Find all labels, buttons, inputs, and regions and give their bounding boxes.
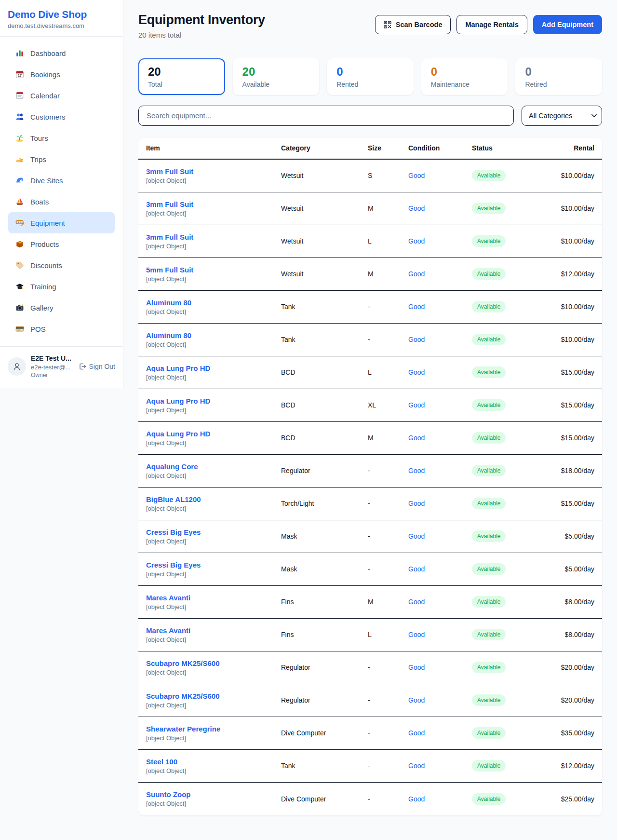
item-condition-link[interactable]: Good — [408, 598, 425, 606]
item-status-cell: Available — [472, 268, 544, 280]
item-cell: 3mm Full Suit [object Object] — [146, 233, 281, 250]
item-name-link[interactable]: Aqua Lung Pro HD — [146, 364, 210, 372]
item-name-link[interactable]: Aluminum 80 — [146, 298, 191, 307]
item-size: S — [368, 172, 408, 179]
item-name-link[interactable]: BigBlue AL1200 — [146, 495, 201, 503]
item-category: BCD — [281, 368, 368, 376]
item-condition-link[interactable]: Good — [408, 237, 425, 245]
sign-out-button[interactable]: Sign Out — [79, 363, 115, 370]
stat-card-maintenance[interactable]: 0 Maintenance — [421, 58, 508, 95]
item-category: Dive Computer — [281, 729, 368, 737]
sidebar-item-training[interactable]: Training — [8, 276, 115, 297]
item-condition-link[interactable]: Good — [408, 172, 425, 179]
column-header-item: Item — [146, 144, 281, 152]
item-cell: 5mm Full Suit [object Object] — [146, 266, 281, 283]
item-name-link[interactable]: 3mm Full Suit — [146, 200, 193, 208]
item-name-link[interactable]: Aqua Lung Pro HD — [146, 430, 210, 438]
item-category: Dive Computer — [281, 795, 368, 803]
item-rental: $20.00/day — [544, 696, 594, 704]
item-condition-cell: Good — [408, 762, 472, 770]
boats-icon — [15, 197, 24, 206]
item-cell: Aqua Lung Pro HD [object Object] — [146, 397, 281, 414]
item-name-link[interactable]: Mares Avanti — [146, 626, 190, 635]
sidebar-item-tours[interactable]: Tours — [8, 127, 115, 149]
item-name-link[interactable]: Shearwater Peregrine — [146, 725, 220, 733]
item-name-link[interactable]: Mares Avanti — [146, 594, 190, 602]
item-condition-link[interactable]: Good — [408, 467, 425, 474]
sidebar-item-boats[interactable]: Boats — [8, 191, 115, 212]
stat-card-total[interactable]: 20 Total — [138, 58, 225, 95]
item-cell: Mares Avanti [object Object] — [146, 626, 281, 643]
item-condition-link[interactable]: Good — [408, 565, 425, 573]
item-brand: [object Object] — [146, 472, 281, 479]
item-condition-link[interactable]: Good — [408, 204, 425, 212]
sidebar-item-discounts[interactable]: Discounts — [8, 255, 115, 276]
item-condition-link[interactable]: Good — [408, 434, 425, 442]
item-cell: Mares Avanti [object Object] — [146, 594, 281, 610]
item-condition-link[interactable]: Good — [408, 368, 425, 376]
search-input[interactable] — [138, 106, 514, 126]
status-badge: Available — [472, 268, 506, 280]
sidebar-item-equipment[interactable]: Equipment — [8, 212, 115, 233]
item-brand: [object Object] — [146, 767, 281, 774]
sidebar-item-bookings[interactable]: 17 Bookings — [8, 64, 115, 85]
item-condition-link[interactable]: Good — [408, 664, 425, 671]
status-badge: Available — [472, 301, 506, 312]
item-condition-link[interactable]: Good — [408, 270, 425, 278]
item-name-link[interactable]: Aqua Lung Pro HD — [146, 397, 210, 405]
sidebar-item-dive-sites[interactable]: Dive Sites — [8, 170, 115, 191]
item-condition-link[interactable]: Good — [408, 500, 425, 507]
sidebar-item-trips[interactable]: Trips — [8, 149, 115, 170]
item-name-link[interactable]: Cressi Big Eyes — [146, 561, 201, 569]
item-name-link[interactable]: Aluminum 80 — [146, 331, 191, 339]
item-condition-cell: Good — [408, 401, 472, 409]
header-actions: Scan Barcode Manage Rentals Add Equipmen… — [375, 15, 602, 34]
item-name-link[interactable]: Suunto Zoop — [146, 790, 190, 799]
item-size: - — [368, 467, 408, 474]
item-condition-link[interactable]: Good — [408, 532, 425, 540]
sidebar-item-dashboard[interactable]: Dashboard — [8, 42, 115, 64]
item-category: Regulator — [281, 696, 368, 704]
item-condition-link[interactable]: Good — [408, 762, 425, 770]
stat-card-available[interactable]: 20 Available — [233, 58, 320, 95]
item-status-cell: Available — [472, 596, 544, 608]
item-name-link[interactable]: Scubapro MK25/S600 — [146, 659, 220, 667]
manage-rentals-button[interactable]: Manage Rentals — [456, 15, 527, 34]
item-name-link[interactable]: 5mm Full Suit — [146, 266, 193, 274]
item-name-link[interactable]: 3mm Full Suit — [146, 167, 193, 176]
item-condition-link[interactable]: Good — [408, 631, 425, 638]
calendar-icon — [15, 91, 24, 100]
item-rental: $12.00/day — [544, 270, 594, 278]
item-condition-link[interactable]: Good — [408, 795, 425, 803]
item-name-link[interactable]: Aqualung Core — [146, 462, 198, 471]
add-equipment-button[interactable]: Add Equipment — [533, 15, 602, 34]
scan-barcode-button[interactable]: Scan Barcode — [375, 15, 451, 34]
user-name: E2E Test U... — [31, 354, 74, 363]
sidebar-item-gallery[interactable]: Gallery — [8, 297, 115, 318]
item-condition-link[interactable]: Good — [408, 303, 425, 311]
category-select[interactable]: All Categories — [522, 106, 602, 126]
item-condition-link[interactable]: Good — [408, 401, 425, 409]
item-category: Regulator — [281, 664, 368, 671]
stat-card-retired[interactable]: 0 Retired — [515, 58, 602, 95]
status-badge: Available — [472, 366, 506, 378]
item-condition-cell: Good — [408, 237, 472, 245]
item-condition-link[interactable]: Good — [408, 336, 425, 343]
item-cell: Steel 100 [object Object] — [146, 758, 281, 774]
item-name-link[interactable]: Cressi Big Eyes — [146, 528, 201, 536]
item-name-link[interactable]: Scubapro MK25/S600 — [146, 692, 220, 700]
table-row: Aqualung Core [object Object] Regulator … — [138, 455, 602, 488]
sidebar-item-products[interactable]: Products — [8, 233, 115, 255]
sidebar-item-calendar[interactable]: Calendar — [8, 85, 115, 106]
item-name-link[interactable]: 3mm Full Suit — [146, 233, 193, 241]
item-name-link[interactable]: Steel 100 — [146, 758, 177, 766]
item-condition-link[interactable]: Good — [408, 696, 425, 704]
stat-card-rented[interactable]: 0 Rented — [327, 58, 414, 95]
item-condition-link[interactable]: Good — [408, 729, 425, 737]
column-header-category: Category — [281, 144, 368, 152]
sidebar-item-pos[interactable]: POS — [8, 318, 115, 339]
status-badge: Available — [472, 694, 506, 706]
item-cell: 3mm Full Suit [object Object] — [146, 167, 281, 184]
item-condition-cell: Good — [408, 565, 472, 573]
sidebar-item-customers[interactable]: Customers — [8, 106, 115, 127]
